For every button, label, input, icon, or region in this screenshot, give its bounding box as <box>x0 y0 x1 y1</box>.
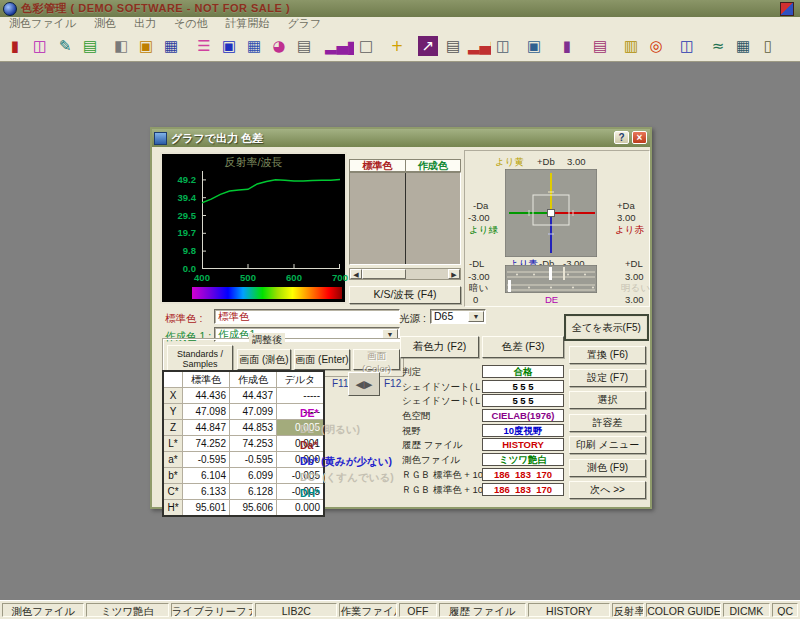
chevron-down-icon[interactable]: ▼ <box>468 311 484 322</box>
tinting-strength-button[interactable]: 着色力 (F2) <box>400 336 479 358</box>
pie-chart-icon[interactable]: ◕ <box>267 34 291 58</box>
dl-minus-label: -DL <box>469 259 484 269</box>
trend-chart-icon[interactable]: ≈ <box>706 34 730 58</box>
cabinet-icon[interactable]: ▯ <box>756 34 780 58</box>
menu-others[interactable]: その他 <box>165 17 217 30</box>
lab-difference-panel: より黄 +Db 3.00 -Da -3.00 より緑 +Da 3.00 より赤 <box>464 150 650 307</box>
address-book-icon[interactable]: ▮ <box>555 34 579 58</box>
dialog-titlebar[interactable]: グラフで出力 色差 ? × <box>152 129 650 147</box>
illuminant-dropdown[interactable]: D65 ▼ <box>430 309 486 324</box>
x-tick-label: 600 <box>280 272 308 283</box>
workbook-icon[interactable]: ▮ <box>3 34 27 58</box>
swatch-scrollbar[interactable]: ◀ ▶ <box>349 268 461 280</box>
scroll-thumb[interactable] <box>362 269 406 279</box>
printer-icon[interactable]: ▤ <box>292 34 316 58</box>
result-field-value: 186 183 170 <box>482 468 564 481</box>
menu-output[interactable]: 出力 <box>125 17 165 30</box>
monitor-rgb-icon[interactable]: ▣ <box>217 34 241 58</box>
status-history-file: 履歴 ファイル <box>439 603 526 617</box>
computer-icon[interactable]: ▣ <box>522 34 546 58</box>
menu-calc-start[interactable]: 計算開始 <box>217 17 279 30</box>
screen-measure-button[interactable]: 画面 (測色) <box>237 349 291 370</box>
frame-icon[interactable]: ▣ <box>134 34 158 58</box>
standard-value-cell: 74.252 <box>183 436 230 452</box>
screen-color-button[interactable]: 画面 (Color) <box>353 349 400 370</box>
print-menu-button[interactable]: 印刷 メニュー <box>569 436 646 454</box>
cassette-icon[interactable]: ◧ <box>109 34 133 58</box>
folders-icon[interactable]: ◫ <box>491 34 515 58</box>
result-field-value: 10度視野 <box>482 424 564 437</box>
printer2-icon[interactable]: ▤ <box>441 34 465 58</box>
rgb-bars-icon[interactable]: ▂▄▆ <box>466 34 490 58</box>
delta-e-label: DE* <box>300 405 394 421</box>
bar-chart-icon[interactable]: ▂▄▆ <box>323 34 347 58</box>
rgb-sample-field: ＲＧＢ 標準色 + 10 作成色 186 183 170 <box>402 483 566 496</box>
close-button[interactable]: × <box>632 131 647 144</box>
library-icon[interactable]: ◫ <box>675 34 699 58</box>
page-copy-icon[interactable]: □ <box>354 34 378 58</box>
status-work-value: OFF <box>399 603 437 617</box>
row-label: L* <box>163 436 183 452</box>
app-globe-icon <box>3 2 17 16</box>
screen-enter-button[interactable]: 画面 (Enter) <box>294 349 350 370</box>
main-titlebar: 色彩管理 ( DEMO SOFTWARE - NOT FOR SALE ) <box>0 0 800 17</box>
menu-graph[interactable]: グラフ <box>279 17 331 30</box>
menu-measure[interactable]: 測色 <box>85 17 125 30</box>
standard-color-tab[interactable]: 標準色 <box>349 159 406 172</box>
adjust-group-title: 調整後 <box>249 333 285 347</box>
row-label: Y <box>163 404 183 420</box>
standards-samples-button[interactable]: Standards / Samples <box>167 345 233 372</box>
note-edit-icon[interactable]: ▤ <box>78 34 102 58</box>
tolerance-button[interactable]: 許容差 <box>569 414 646 432</box>
folder-doc-icon[interactable]: ▥ <box>619 34 643 58</box>
next-button[interactable]: 次へ >> <box>569 481 646 499</box>
row-label: X <box>163 388 183 404</box>
settings-button[interactable]: 設定 (F7) <box>569 369 646 387</box>
printer3-icon[interactable]: ▤ <box>588 34 612 58</box>
toolbar: ▮ ◫ ✎ ▤ ◧ ▣ ▦ <box>0 30 800 62</box>
result-field-label: 測色ファイル <box>402 454 460 467</box>
result-field-value: ミツワ艶白 <box>482 453 564 466</box>
spectral-chart <box>202 171 340 269</box>
standard-value-cell: -0.595 <box>183 452 230 468</box>
dl-de-sliders <box>505 265 597 293</box>
grid-table-icon[interactable]: ▦ <box>242 34 266 58</box>
y-tick-label: 19.7 <box>178 228 197 238</box>
show-all-button[interactable]: 全てを表示(F5) <box>565 315 648 340</box>
line-graph-icon[interactable]: ↗ <box>416 34 440 58</box>
scroll-left-icon[interactable]: ◀ <box>350 269 362 279</box>
measure-edit-icon[interactable]: ✎ <box>53 34 77 58</box>
status-library-file: ライブラリーファイル <box>171 603 253 617</box>
prev-next-button[interactable]: ◀▶ <box>348 372 380 396</box>
tool-glyph: + <box>387 36 407 56</box>
table-row: X 44.436 44.437 ----- <box>163 388 324 404</box>
calculator-icon[interactable]: ▦ <box>159 34 183 58</box>
da-minus-label: -Da <box>473 201 488 211</box>
color-difference-button[interactable]: 色差 (F3) <box>482 336 564 358</box>
titlebar-right-icon <box>780 2 794 16</box>
scroll-right-icon[interactable]: ▶ <box>448 269 460 279</box>
measure-button[interactable]: 測色 (F9) <box>569 459 646 477</box>
status-reflectance: 反射率 <box>612 603 644 617</box>
spectrum-lines-icon[interactable]: ☰ <box>192 34 216 58</box>
select-button[interactable]: 選択 <box>569 391 646 409</box>
sample-color-tab[interactable]: 作成色 <box>406 159 462 172</box>
replace-button[interactable]: 置換 (F6) <box>569 346 646 364</box>
menu-measure-file[interactable]: 測色ファイル <box>0 17 85 30</box>
measure-file-field: 測色ファイル ミツワ艶白 <box>402 453 566 466</box>
cross-ruler-icon[interactable]: + <box>385 34 409 58</box>
da-max-label: 3.00 <box>617 213 636 223</box>
result-field-label: 履歴 ファイル <box>402 439 463 452</box>
dialog-body: 反射率/波長 49.239.429.519.79.80.0 <box>152 147 650 507</box>
help-button[interactable]: ? <box>614 131 629 144</box>
bright-label: 明るい <box>621 283 650 293</box>
scanner-icon[interactable]: ▦ <box>731 34 755 58</box>
books-icon[interactable]: ◫ <box>28 34 52 58</box>
standard-color-field[interactable]: 標準色 <box>214 309 400 324</box>
spectral-chart-title: 反射率/波長 <box>162 155 345 170</box>
tool-glyph: ▣ <box>219 36 239 56</box>
color-difference-dialog: グラフで出力 色差 ? × 反射率/波長 49.239.429.519.79.8… <box>150 127 652 509</box>
target-icon[interactable]: ◎ <box>644 34 668 58</box>
ks-wavelength-button[interactable]: K/S/波長 (F4) <box>349 286 461 304</box>
tool-glyph: ◫ <box>493 36 513 56</box>
